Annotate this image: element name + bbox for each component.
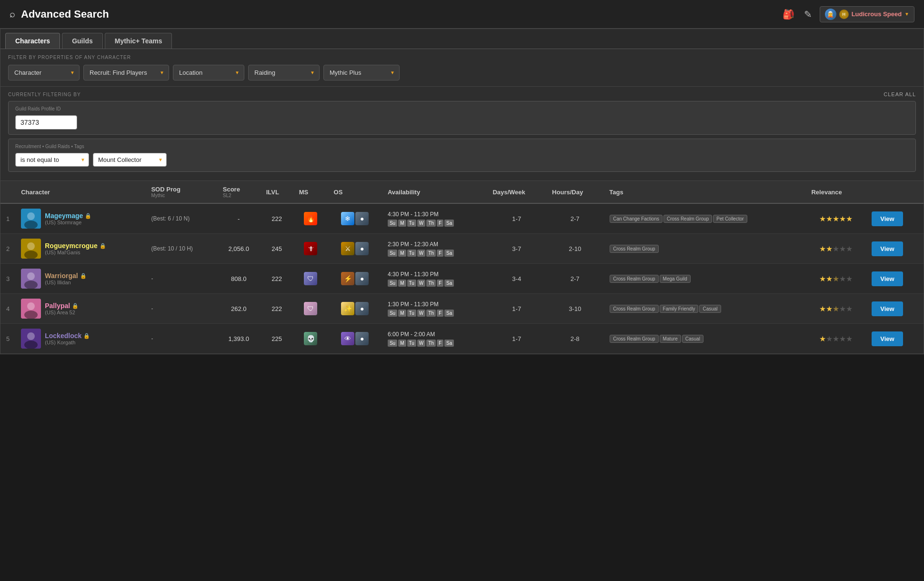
filter-group-guild-raids-id-inputs: [15, 115, 909, 130]
view-button[interactable]: View: [872, 331, 903, 346]
star-empty: ★: [833, 335, 839, 343]
col-score: Score SL2: [217, 181, 261, 203]
star-filled: ★: [846, 215, 853, 223]
tags-cell: Cross Realm GroupMega Guild: [603, 264, 805, 294]
day-pill: M: [398, 340, 406, 347]
ms-cell: 🛡: [293, 294, 328, 324]
recruit-filter-dropdown[interactable]: Recruit: Find Players: [83, 65, 169, 80]
ms-cell: 🗡: [293, 234, 328, 264]
user-menu[interactable]: 🧝 H Ludicrous Speed ▼: [820, 6, 914, 22]
view-button[interactable]: View: [872, 271, 903, 286]
edit-icon-button[interactable]: ✎: [802, 7, 814, 22]
os-cell: ❄●: [328, 203, 382, 234]
day-pill: M: [398, 250, 406, 257]
character-filter-dropdown[interactable]: Character: [8, 65, 80, 80]
tab-characters[interactable]: Characters: [5, 33, 60, 49]
star-filled: ★: [819, 215, 826, 223]
filter-section: FILTER BY PROPERTIES OF ANY CHARACTER Ch…: [0, 49, 924, 87]
recruit-filter-wrap: Recruit: Find Players ▼: [83, 65, 169, 80]
ms-cell: 💀: [293, 324, 328, 354]
filter-group-guild-raids-id: Guild Raids Profile ID: [8, 101, 916, 135]
sod-prog-cell: -: [145, 294, 217, 324]
operator-dropdown[interactable]: is not equal to is equal to contains doe…: [15, 153, 89, 167]
ms-spec-icon: 🔥: [304, 212, 317, 225]
day-pill: M: [398, 280, 406, 287]
sod-prog-cell: (Best: 10 / 10 H): [145, 234, 217, 264]
day-pill: Su: [388, 280, 397, 287]
char-avatar: [21, 269, 41, 289]
backpack-icon-button[interactable]: 🎒: [781, 7, 796, 22]
col-sod-prog-label: SOD Prog: [151, 186, 180, 193]
results-table: Character SOD Prog Mythic Score SL2 ILVL…: [0, 181, 924, 354]
table-row: 4 Pallypal 🔒 (US) Area 52: [0, 294, 924, 324]
days-week-cell: 3-4: [487, 264, 546, 294]
day-pill: Th: [426, 220, 436, 227]
mythic-plus-filter-dropdown[interactable]: Mythic Plus: [323, 65, 400, 80]
star-empty: ★: [846, 305, 853, 313]
tag-badge: Cross Realm Group: [610, 275, 658, 283]
col-sod-prog: SOD Prog Mythic: [145, 181, 217, 203]
os-spec-icon: ●: [355, 212, 369, 225]
char-cell: Mageymage 🔒 (US) Stormrage: [15, 203, 145, 234]
star-filled: ★: [826, 215, 833, 223]
tags-cell: Cross Realm GroupFamily FriendlyCasual: [603, 294, 805, 324]
day-pill: Sa: [444, 340, 454, 347]
action-cell: View: [866, 234, 924, 264]
ms-cell: 🔥: [293, 203, 328, 234]
day-pill: Tu: [407, 280, 416, 287]
char-info: Rogueymcrogue 🔒 (US) Mal'Ganis: [45, 242, 106, 255]
view-button[interactable]: View: [872, 301, 903, 316]
lock-icon: 🔒: [100, 243, 106, 249]
char-avatar: [21, 329, 41, 349]
filter-group-tags-title: Recruitment • Guild Raids • Tags: [15, 144, 909, 149]
day-pill: Su: [388, 310, 397, 317]
char-realm: (US) Stormrage: [45, 220, 91, 225]
tag-value-dropdown[interactable]: Mount Collector Pet Collector Casual Fam…: [93, 153, 167, 167]
tab-mythic-teams[interactable]: Mythic+ Teams: [105, 33, 172, 49]
char-realm: (US) Mal'Ganis: [45, 250, 106, 255]
availability-cell: 6:00 PM - 2:00 AM SuMTuWThFSa: [382, 324, 487, 354]
char-cell: Rogueymcrogue 🔒 (US) Mal'Ganis: [15, 234, 145, 264]
day-pill: M: [398, 220, 406, 227]
day-pill: Sa: [444, 310, 454, 317]
hours-day-cell: 2-10: [546, 234, 603, 264]
availability-time: 4:30 PM - 11:30 PM: [388, 211, 481, 218]
col-action: [866, 181, 924, 203]
day-pill: Tu: [407, 340, 416, 347]
tags-cell: Cross Realm GroupMatureCasual: [603, 324, 805, 354]
view-button[interactable]: View: [872, 241, 903, 256]
row-number: 3: [0, 264, 15, 294]
char-name: Lockedlock 🔒: [45, 332, 90, 340]
star-half: ★: [833, 275, 839, 283]
star-empty: ★: [839, 305, 846, 313]
star-filled: ★: [826, 305, 833, 313]
char-cell: Warriorgal 🔒 (US) Illidan: [15, 264, 145, 294]
availability-time: 1:30 PM - 11:30 PM: [388, 301, 481, 308]
svg-point-10: [27, 302, 35, 310]
day-pill: Su: [388, 220, 397, 227]
day-pill: W: [417, 250, 425, 257]
relevance-cell: ★★★★★: [805, 294, 866, 324]
ilvl-cell: 222: [261, 203, 293, 234]
ilvl-cell: 222: [261, 264, 293, 294]
currently-filtering-section: CURRENTLY FILTERING BY CLEAR ALL Guild R…: [0, 87, 924, 181]
svg-point-13: [27, 332, 35, 340]
svg-point-7: [27, 272, 35, 280]
lock-icon: 🔒: [83, 333, 90, 339]
location-filter-dropdown[interactable]: Location: [173, 65, 244, 80]
tab-guilds[interactable]: Guilds: [62, 33, 103, 49]
raiding-filter-dropdown[interactable]: Raiding: [248, 65, 320, 80]
clear-all-button[interactable]: CLEAR ALL: [884, 91, 916, 97]
table-header-row: Character SOD Prog Mythic Score SL2 ILVL…: [0, 181, 924, 203]
col-num: [0, 181, 15, 203]
ilvl-cell: 222: [261, 294, 293, 324]
view-button[interactable]: View: [872, 211, 903, 226]
day-pill: Su: [388, 250, 397, 257]
star-empty: ★: [839, 245, 846, 253]
relevance-cell: ★★★★★: [805, 264, 866, 294]
guild-raids-profile-id-input[interactable]: [15, 115, 77, 130]
ms-spec-icon: 🛡: [304, 272, 317, 285]
tag-badge: Can Change Factions: [610, 215, 663, 223]
location-filter-wrap: Location ▼: [173, 65, 244, 80]
row-number: 1: [0, 203, 15, 234]
